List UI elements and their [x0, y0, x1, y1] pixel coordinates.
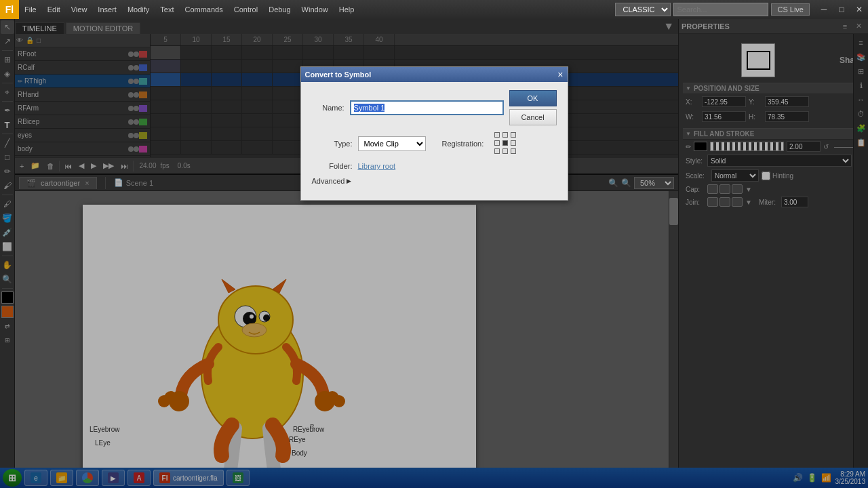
menu-debug[interactable]: Debug: [263, 0, 296, 19]
registration-grid: [494, 132, 517, 155]
main-layout: ↖ ↗ ⊞ ◈ ⌖ ✒ T ╱ □ ✏ 🖌 🖋 🪣 💉 ⬜ ✋ 🔍 ⇄ ⊞ TI…: [0, 19, 868, 488]
app-icon: Fl: [0, 0, 19, 19]
dialog-body: Name: OK Cancel Type: Movie Clip Button …: [301, 82, 568, 200]
reg-dot-br[interactable]: [511, 148, 516, 154]
topbar: Fl File Edit View Insert Modify Text Com…: [0, 0, 868, 19]
menu-text[interactable]: Text: [155, 0, 179, 19]
menu-commands[interactable]: Commands: [179, 0, 228, 19]
reg-dot-tr[interactable]: [511, 132, 516, 138]
reg-dot-bl[interactable]: [494, 148, 500, 154]
dialog-buttons: OK Cancel: [509, 90, 557, 125]
reg-dot-bc[interactable]: [502, 148, 508, 154]
reg-dot-mc[interactable]: [502, 140, 508, 146]
maximize-button[interactable]: □: [833, 0, 850, 19]
reg-dot-tl[interactable]: [494, 132, 500, 138]
workspace-select[interactable]: CLASSIC: [615, 3, 671, 16]
menu-control[interactable]: Control: [229, 0, 263, 19]
advanced-label: Advanced: [312, 177, 345, 185]
dialog-type-row: Type: Movie Clip Button Graphic Registra…: [312, 132, 557, 155]
reg-dot-mr[interactable]: [511, 140, 516, 146]
menu-modify[interactable]: Modify: [122, 0, 155, 19]
registration-label: Registration:: [442, 140, 484, 148]
menu-edit[interactable]: Edit: [42, 0, 66, 19]
dialog-cancel-button[interactable]: Cancel: [509, 109, 557, 125]
menu-view[interactable]: View: [66, 0, 93, 19]
menu-help[interactable]: Help: [334, 0, 360, 19]
dialog-name-row: Name: OK Cancel: [312, 90, 557, 125]
dialog-advanced-toggle[interactable]: Advanced ▶: [312, 177, 352, 185]
dialog-name-label: Name:: [312, 104, 344, 112]
menu-window[interactable]: Window: [296, 0, 334, 19]
dialog-ok-button[interactable]: OK: [509, 90, 557, 106]
dialog-advanced-row: Advanced ▶: [312, 177, 557, 185]
window-controls: ─ □ ✕: [815, 0, 868, 19]
menu-file[interactable]: File: [19, 0, 42, 19]
dialog-title-bar: Convert to Symbol ×: [301, 67, 568, 82]
advanced-arrow-icon: ▶: [347, 178, 351, 184]
dialog-type-label: Type:: [312, 140, 353, 148]
dialog-close-button[interactable]: ×: [557, 70, 563, 79]
close-button[interactable]: ✕: [850, 0, 868, 19]
cs-live-button[interactable]: CS Live: [771, 3, 810, 16]
reg-dot-tc[interactable]: [502, 132, 508, 138]
dialog-folder-value[interactable]: Library root: [358, 162, 396, 170]
dialog-title: Convert to Symbol: [305, 70, 372, 79]
symbol-type-select[interactable]: Movie Clip Button Graphic: [358, 136, 426, 151]
minimize-button[interactable]: ─: [815, 0, 833, 19]
convert-to-symbol-dialog: Convert to Symbol × Name: OK Cancel Type…: [300, 66, 568, 201]
reg-dot-ml[interactable]: [494, 140, 500, 146]
dialog-overlay: Convert to Symbol × Name: OK Cancel Type…: [0, 19, 868, 488]
dialog-folder-row: Folder: Library root: [312, 162, 557, 170]
menu-bar: File Edit View Insert Modify Text Comman…: [19, 0, 359, 19]
search-input[interactable]: [673, 3, 768, 16]
dialog-folder-label: Folder:: [312, 162, 353, 170]
classic-badge: CLASSIC CS Live: [610, 3, 815, 16]
symbol-name-input[interactable]: [350, 100, 504, 115]
menu-insert[interactable]: Insert: [92, 0, 122, 19]
